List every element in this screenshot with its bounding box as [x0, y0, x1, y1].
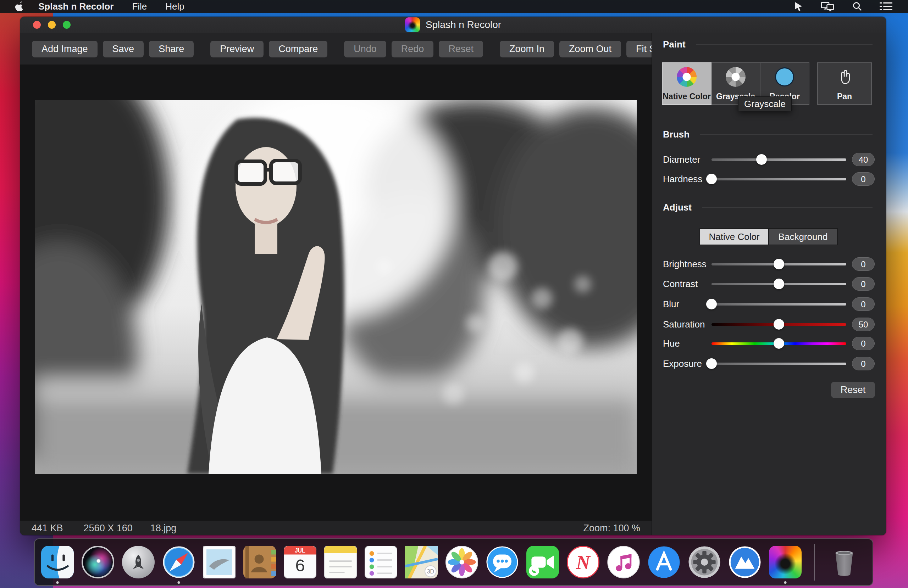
redo-button[interactable]: Redo: [391, 41, 434, 58]
dock-icon-system-preferences[interactable]: [688, 546, 721, 578]
brightness-slider-thumb[interactable]: [774, 259, 784, 269]
tab-background[interactable]: Background: [768, 229, 837, 244]
saturation-value: 50: [852, 318, 875, 331]
diameter-slider-thumb[interactable]: [756, 154, 767, 165]
blur-slider-row: Blur 0: [663, 297, 876, 311]
dock-icon-notes[interactable]: [324, 546, 357, 578]
hue-slider[interactable]: [712, 342, 846, 345]
main-pane: Add Image Save Share Preview Compare Und…: [20, 33, 652, 535]
dock-icon-facetime[interactable]: [526, 546, 559, 578]
file-name: 18.jpg: [150, 523, 177, 534]
saturation-slider[interactable]: [712, 323, 846, 326]
window-title: Splash n Recolor: [426, 19, 501, 31]
tab-native-color[interactable]: Native Color: [700, 229, 768, 244]
svg-text:JUL: JUL: [295, 548, 305, 554]
hue-label: Hue: [663, 338, 680, 349]
adjust-target-tabs: Native Color Background: [699, 228, 838, 245]
dock-icon-launchpad[interactable]: [122, 546, 155, 578]
dock-icon-app-store[interactable]: [648, 546, 680, 578]
saturation-label: Saturation: [663, 319, 705, 329]
hue-value: 0: [852, 337, 875, 350]
dock-icon-maps[interactable]: 3D: [405, 546, 438, 578]
brightness-slider[interactable]: [712, 263, 846, 265]
color-wheel-icon: [676, 67, 697, 87]
zoom-out-button[interactable]: Zoom Out: [559, 41, 621, 58]
adjust-section-header: Adjust: [663, 202, 873, 213]
dock-icon-siri[interactable]: [82, 546, 114, 578]
dock-icon-trash[interactable]: [828, 546, 860, 578]
contrast-label: Contrast: [663, 279, 698, 289]
sidebar: Paint Native Color Grayscale Recolor: [652, 33, 886, 535]
apple-menu[interactable]: [15, 1, 24, 12]
dock-icon-news[interactable]: N: [567, 546, 599, 578]
dock-icon-contacts[interactable]: [243, 546, 276, 578]
contrast-slider-thumb[interactable]: [774, 279, 784, 289]
blur-slider[interactable]: [712, 303, 846, 305]
brightness-label: Brightness: [663, 259, 707, 269]
file-size: 441 KB: [32, 523, 63, 534]
list-icon[interactable]: [880, 2, 892, 11]
save-button[interactable]: Save: [103, 41, 144, 58]
hardness-value: 0: [852, 172, 875, 186]
svg-text:6: 6: [295, 556, 305, 575]
exposure-slider-thumb[interactable]: [706, 358, 717, 369]
dock-icon-mountain-app[interactable]: [729, 546, 761, 578]
search-icon[interactable]: [852, 1, 863, 12]
desktop: Splash n Recolor File Help: [0, 0, 908, 588]
blur-slider-thumb[interactable]: [706, 299, 717, 309]
image-dimensions: 2560 X 160: [84, 523, 133, 534]
tool-pan[interactable]: Pan: [817, 63, 872, 105]
app-window: Splash n Recolor Add Image Save Share Pr…: [20, 17, 886, 535]
hue-slider-thumb[interactable]: [774, 338, 784, 349]
status-bar: 441 KB 2560 X 160 18.jpg Zoom: 100 %: [20, 521, 652, 535]
displays-icon[interactable]: [821, 1, 835, 12]
dock-icon-splash-n-recolor[interactable]: [769, 546, 802, 578]
toolbar: Add Image Save Share Preview Compare Und…: [20, 33, 652, 64]
hardness-slider-thumb[interactable]: [706, 174, 717, 184]
menu-bar: Splash n Recolor File Help: [0, 0, 908, 13]
canvas-area[interactable]: [20, 64, 652, 521]
add-image-button[interactable]: Add Image: [32, 41, 98, 58]
dock-icon-itunes[interactable]: [607, 546, 640, 578]
contrast-slider[interactable]: [712, 283, 846, 285]
dock: JUL 6 3D: [34, 538, 873, 586]
brightness-slider-row: Brightness 0: [663, 257, 876, 271]
exposure-slider-row: Exposure 0: [663, 357, 876, 371]
exposure-slider[interactable]: [712, 363, 846, 365]
dock-icon-finder[interactable]: [41, 546, 74, 578]
hue-slider-row: Hue 0: [663, 336, 876, 350]
exposure-label: Exposure: [663, 358, 702, 369]
dock-divider: [815, 544, 815, 580]
undo-button[interactable]: Undo: [344, 41, 386, 58]
reset-button[interactable]: Reset: [439, 41, 483, 58]
menu-help[interactable]: Help: [165, 1, 184, 12]
tool-native-color[interactable]: Native Color: [662, 63, 712, 105]
running-indicator: [784, 581, 787, 584]
recolor-circle-icon: [774, 67, 795, 87]
menu-app-name[interactable]: Splash n Recolor: [38, 1, 114, 12]
dock-icon-mail[interactable]: [203, 546, 235, 578]
dock-icon-reminders[interactable]: [365, 546, 397, 578]
dock-icon-safari[interactable]: [163, 546, 195, 578]
brightness-value: 0: [852, 257, 875, 271]
dock-icon-messages[interactable]: [486, 546, 518, 578]
title-bar[interactable]: Splash n Recolor: [20, 17, 886, 33]
dock-icon-photos[interactable]: [446, 546, 478, 578]
preview-button[interactable]: Preview: [210, 41, 264, 58]
dock-icon-calendar[interactable]: JUL 6: [284, 546, 316, 578]
diameter-slider[interactable]: [712, 158, 846, 161]
zoom-in-button[interactable]: Zoom In: [500, 41, 554, 58]
diameter-label: Diameter: [663, 154, 700, 165]
compare-button[interactable]: Compare: [269, 41, 327, 58]
cursor-icon[interactable]: [793, 1, 804, 12]
hardness-slider[interactable]: [712, 178, 846, 180]
photo-canvas[interactable]: [35, 100, 637, 474]
share-button[interactable]: Share: [149, 41, 194, 58]
paint-section-header: Paint: [663, 39, 873, 50]
app-icon: [405, 18, 420, 32]
exposure-value: 0: [852, 357, 875, 370]
menu-file[interactable]: File: [132, 1, 147, 12]
contrast-slider-row: Contrast 0: [663, 277, 876, 291]
saturation-slider-thumb[interactable]: [774, 319, 784, 329]
adjust-reset-button[interactable]: Reset: [831, 382, 875, 398]
